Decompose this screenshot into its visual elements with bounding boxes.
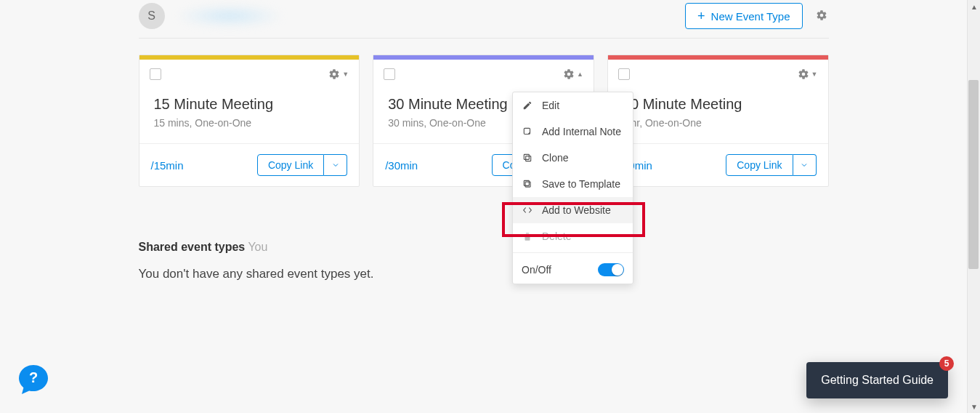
dropdown-item-label: Delete [542,230,571,242]
guide-label: Getting Started Guide [821,374,934,386]
card-subtitle: 15 mins, One-on-One [154,117,345,129]
scrollbar-down-arrow[interactable]: ▼ [968,400,980,413]
scrollbar-thumb[interactable] [968,80,979,269]
new-event-type-button[interactable]: + New Event Type [685,3,802,29]
shared-empty-message: You don't have any shared event types ye… [139,267,829,281]
dropdown-onoff-row: On/Off [513,256,633,284]
dropdown-item-label: Save to Template [542,178,620,190]
svg-rect-2 [524,154,529,159]
header: S + New Event Type [139,0,829,39]
gear-icon [798,68,809,80]
shared-heading-you: You [248,241,267,253]
card-link[interactable]: /15min [151,159,184,172]
avatar[interactable]: S [139,3,165,29]
copy-link-button[interactable]: Copy Link [726,154,793,176]
scrollbar[interactable]: ▲ ▼ [967,0,980,413]
scrollbar-up-arrow[interactable]: ▲ [968,0,980,13]
dropdown-item-label: Add Internal Note [542,126,621,137]
trash-icon [522,230,533,242]
gear-icon [563,68,575,80]
gear-icon [328,68,340,80]
card-checkbox[interactable] [618,68,630,80]
getting-started-guide[interactable]: Getting Started Guide 5 [806,362,948,398]
card-gear-menu[interactable]: ▼ [328,68,349,80]
clone-icon [522,152,533,164]
svg-rect-3 [525,182,530,187]
help-chat-button[interactable]: ? [16,362,51,397]
chevron-up-icon: ▲ [577,71,583,78]
dropdown-item-label: Clone [542,152,569,164]
user-name-redacted [175,4,284,28]
event-card: ▼ 60 Minute Meeting 1 hr, One-on-One /60… [607,55,829,187]
card-subtitle: 1 hr, One-on-One [623,117,814,129]
shared-event-types-section: Shared event types You You don't have an… [139,241,829,281]
pencil-icon [522,100,533,111]
card-gear-menu[interactable]: ▼ [798,68,818,80]
chevron-down-icon [800,161,809,169]
plus-icon: + [697,9,705,23]
dropdown-divider [513,252,633,253]
note-icon [522,126,533,137]
toggle-knob [612,264,623,276]
help-icon: ? [16,362,51,397]
card-checkbox[interactable] [150,68,161,80]
new-event-type-label: New Event Type [711,10,790,23]
copy-link-dropdown[interactable] [324,154,347,176]
dropdown-edit[interactable]: Edit [513,92,633,119]
code-icon [522,204,533,216]
chevron-down-icon: ▼ [811,71,818,78]
shared-heading: Shared event types You [139,241,829,254]
dropdown-save-template[interactable]: Save to Template [513,171,633,197]
save-template-icon [522,178,533,190]
onoff-toggle[interactable] [598,263,624,276]
event-cards-row: ▼ 15 Minute Meeting 15 mins, One-on-One … [139,55,829,187]
dropdown-item-label: Edit [542,100,559,111]
guide-badge: 5 [939,356,954,371]
dropdown-delete: Delete [513,223,633,249]
header-gear-icon[interactable] [816,9,829,23]
shared-heading-bold: Shared event types [139,241,246,253]
dropdown-onoff-label: On/Off [522,264,551,276]
copy-link-dropdown[interactable] [793,154,817,176]
dropdown-add-website[interactable]: Add to Website [513,197,633,223]
dropdown-add-note[interactable]: Add Internal Note [513,119,633,145]
card-gear-menu[interactable]: ▲ [563,68,583,80]
chevron-down-icon [331,161,340,169]
card-title: 15 Minute Meeting [154,96,345,113]
chevron-down-icon: ▼ [342,71,349,78]
event-card: ▼ 15 Minute Meeting 15 mins, One-on-One … [139,55,360,187]
svg-rect-1 [526,156,531,161]
svg-text:?: ? [29,369,38,385]
svg-rect-4 [524,180,529,185]
dropdown-clone[interactable]: Clone [513,145,633,171]
copy-link-button[interactable]: Copy Link [257,154,324,176]
card-link[interactable]: /30min [385,159,418,172]
card-title: 60 Minute Meeting [623,96,814,113]
dropdown-item-label: Add to Website [542,204,611,216]
card-checkbox[interactable] [384,68,395,80]
card-actions-dropdown: Edit Add Internal Note Clone Save to Tem… [512,92,633,284]
